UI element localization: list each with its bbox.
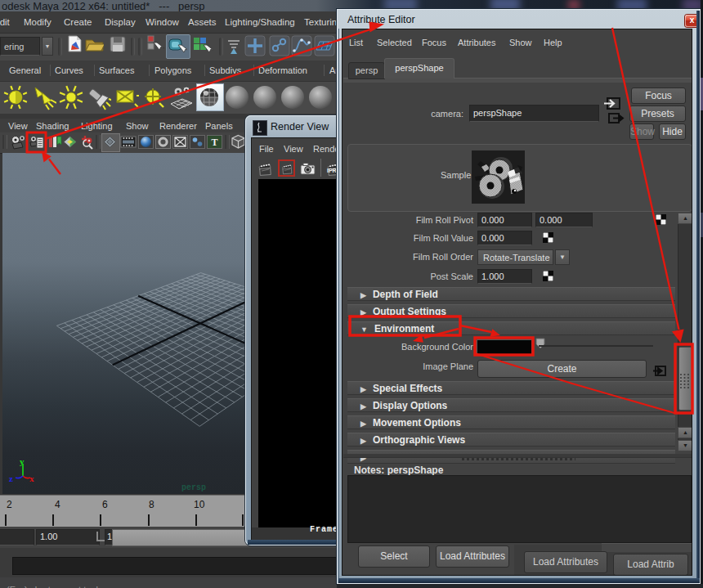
- svg-text:z: z: [9, 474, 13, 483]
- svg-text:persp: persp: [181, 483, 206, 492]
- svg-text:x: x: [29, 474, 34, 483]
- svg-text:T: T: [211, 137, 217, 148]
- svg-text:y: y: [20, 456, 25, 466]
